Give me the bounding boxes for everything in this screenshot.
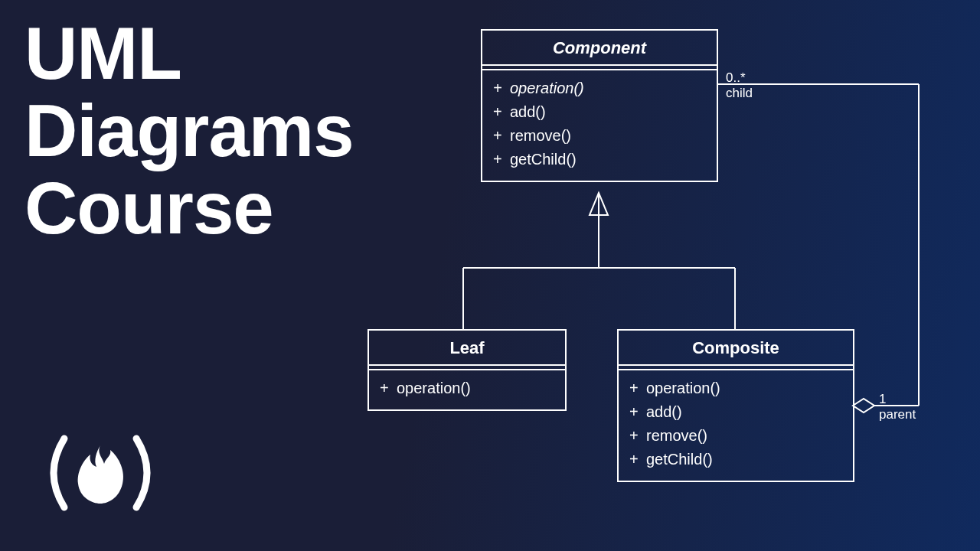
class-methods: +operation() +add() +remove() +getChild(… — [482, 70, 717, 181]
method-row: +add() — [493, 100, 706, 124]
assoc-child-role: child — [726, 86, 753, 101]
method-row: +remove() — [493, 124, 706, 148]
method-row: +operation() — [493, 77, 706, 100]
assoc-parent-role: parent — [879, 407, 916, 422]
method-row: +operation() — [629, 377, 842, 400]
freecodecamp-logo-icon — [35, 427, 165, 522]
uml-class-component: Component +operation() +add() +remove() … — [481, 29, 718, 182]
assoc-parent-mult: 1 — [879, 392, 886, 407]
title-line-3: Course — [24, 170, 354, 247]
method-row: +operation() — [380, 377, 554, 400]
title-line-1: UML — [24, 15, 354, 93]
method-row: +add() — [629, 400, 842, 424]
uml-diagram: Component +operation() +add() +remove() … — [429, 23, 965, 543]
method-row: +getChild() — [493, 148, 706, 171]
assoc-child-mult: 0..* — [726, 70, 746, 86]
class-methods: +operation() — [369, 370, 565, 409]
class-name: Component — [482, 31, 717, 66]
svg-marker-9 — [853, 399, 874, 412]
class-name: Composite — [619, 331, 853, 366]
method-row: +getChild() — [629, 448, 842, 471]
uml-class-composite: Composite +operation() +add() +remove() … — [617, 329, 854, 482]
title-line-2: Diagrams — [24, 93, 354, 170]
class-methods: +operation() +add() +remove() +getChild(… — [619, 370, 853, 481]
uml-class-leaf: Leaf +operation() — [368, 329, 567, 411]
course-title: UML Diagrams Course — [24, 15, 354, 246]
method-row: +remove() — [629, 424, 842, 448]
class-name: Leaf — [369, 331, 565, 366]
